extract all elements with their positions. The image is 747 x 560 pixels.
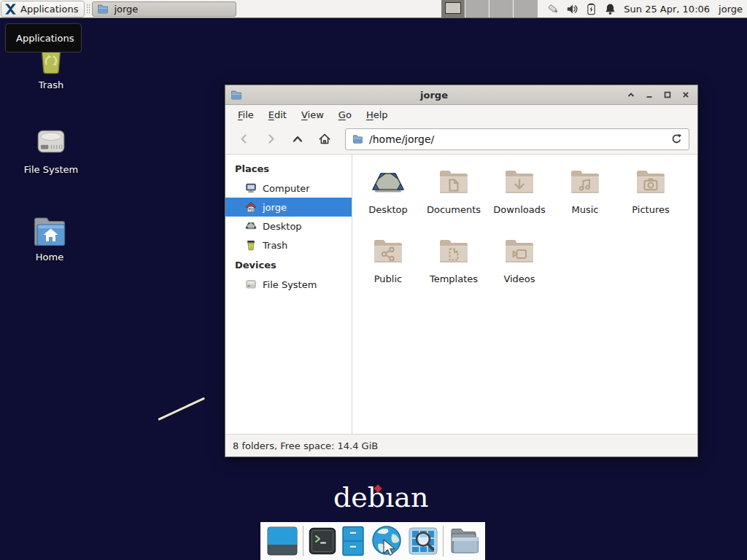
file-item-public[interactable]: Public bbox=[355, 234, 421, 303]
file-item-label: Public bbox=[374, 273, 402, 284]
panel-user-menu[interactable]: jorge bbox=[719, 4, 743, 15]
debian-wallpaper-logo: debıan bbox=[333, 483, 428, 513]
wallpaper-swoosh-line bbox=[158, 397, 205, 421]
sidebar-item-label: Computer bbox=[263, 183, 310, 194]
debian-logo-text: debıan bbox=[333, 481, 428, 513]
terminal-icon[interactable] bbox=[309, 527, 336, 555]
menu-file[interactable]: File bbox=[231, 106, 261, 123]
file-item-label: Videos bbox=[503, 273, 535, 284]
sidebar-item-trash[interactable]: Trash bbox=[225, 236, 352, 254]
dock-separator bbox=[303, 526, 303, 556]
location-path[interactable]: /home/jorge/ bbox=[369, 133, 665, 145]
file-item-music[interactable]: Music bbox=[552, 165, 618, 234]
shade-button[interactable] bbox=[626, 90, 635, 100]
dock-panel bbox=[260, 522, 485, 560]
maximize-button[interactable] bbox=[662, 90, 672, 100]
notifications-bell-icon[interactable] bbox=[604, 3, 616, 15]
toolbar: /home/jorge/ bbox=[225, 124, 697, 154]
sidebar: Places Computer jorge Desktop bbox=[225, 155, 352, 434]
menu-view[interactable]: View bbox=[294, 106, 331, 123]
file-item-templates[interactable]: Templates bbox=[421, 234, 487, 303]
system-tray bbox=[547, 3, 616, 15]
applications-tooltip: Applications bbox=[5, 23, 82, 52]
file-item-label: Desktop bbox=[368, 204, 408, 215]
sidebar-item-label: File System bbox=[263, 279, 317, 290]
desktop-icon-label: File System bbox=[22, 164, 80, 175]
file-item-videos[interactable]: Videos bbox=[487, 234, 552, 303]
home-icon bbox=[245, 201, 257, 213]
file-cabinet-icon[interactable] bbox=[341, 526, 365, 556]
window-body: Places Computer jorge Desktop bbox=[225, 154, 697, 434]
panel-handle[interactable] bbox=[86, 4, 90, 15]
sidebar-item-label: Desktop bbox=[263, 221, 302, 232]
folder-music-icon bbox=[568, 165, 603, 200]
panel-clock[interactable]: Sun 25 Apr, 10:06 bbox=[624, 4, 710, 15]
window-icon[interactable] bbox=[231, 89, 242, 101]
directory-menu-folder-icon[interactable] bbox=[449, 528, 479, 554]
web-browser-globe-icon[interactable] bbox=[370, 525, 403, 558]
sidebar-places-header: Places bbox=[225, 158, 352, 179]
computer-icon bbox=[245, 182, 257, 194]
folder-videos-icon bbox=[502, 234, 537, 269]
folder-pictures-icon bbox=[633, 165, 668, 200]
back-button[interactable] bbox=[235, 130, 252, 149]
home-button[interactable] bbox=[316, 130, 333, 149]
desktop-icon-label: Trash bbox=[22, 79, 80, 90]
sidebar-item-label: Trash bbox=[263, 240, 287, 251]
window-titlebar[interactable]: jorge bbox=[225, 85, 697, 105]
tooltip-text: Applications bbox=[16, 33, 74, 44]
hard-drive-icon bbox=[22, 122, 80, 160]
taskbar-window-label: jorge bbox=[114, 4, 138, 15]
folder-icon bbox=[352, 133, 363, 144]
removable-device-icon[interactable] bbox=[547, 3, 560, 15]
top-panel: Applications jorge bbox=[0, 0, 747, 18]
close-button[interactable] bbox=[681, 90, 690, 100]
folder-icon bbox=[97, 3, 109, 15]
location-bar[interactable]: /home/jorge/ bbox=[345, 128, 689, 150]
minimize-button[interactable] bbox=[644, 90, 654, 100]
workspace-switcher bbox=[441, 0, 538, 18]
status-text: 8 folders, Free space: 14.4 GiB bbox=[233, 440, 378, 451]
desktop-icon-file-system[interactable]: File System bbox=[22, 122, 80, 175]
up-button[interactable] bbox=[289, 130, 306, 149]
workspace-1[interactable] bbox=[441, 0, 465, 18]
folder-public-icon bbox=[371, 234, 406, 269]
file-item-label: Documents bbox=[427, 204, 481, 215]
sidebar-devices-header: Devices bbox=[225, 254, 352, 275]
menu-help[interactable]: Help bbox=[359, 106, 395, 123]
show-desktop-icon[interactable] bbox=[267, 526, 298, 556]
file-item-label: Music bbox=[572, 204, 599, 215]
reload-icon[interactable] bbox=[671, 133, 682, 144]
sidebar-item-jorge[interactable]: jorge bbox=[225, 198, 352, 217]
file-item-downloads[interactable]: Downloads bbox=[487, 165, 552, 234]
application-finder-icon[interactable] bbox=[409, 527, 438, 555]
volume-icon[interactable] bbox=[566, 3, 578, 15]
workspace-2[interactable] bbox=[465, 0, 489, 18]
file-item-label: Pictures bbox=[632, 204, 669, 215]
desktop-icon bbox=[371, 165, 406, 200]
menu-edit[interactable]: Edit bbox=[261, 106, 294, 123]
folder-documents-icon bbox=[436, 165, 471, 200]
applications-menu-button[interactable]: Applications bbox=[1, 1, 85, 18]
workspace-3[interactable] bbox=[489, 0, 514, 18]
file-item-desktop[interactable]: Desktop bbox=[355, 165, 421, 234]
home-folder-icon bbox=[20, 210, 79, 248]
workspace-4[interactable] bbox=[514, 0, 538, 18]
sidebar-item-desktop[interactable]: Desktop bbox=[225, 217, 352, 236]
desktop-icon-home[interactable]: Home bbox=[20, 210, 79, 262]
file-item-documents[interactable]: Documents bbox=[421, 165, 487, 234]
battery-icon[interactable] bbox=[585, 3, 597, 15]
sidebar-item-file-system[interactable]: File System bbox=[225, 275, 352, 294]
file-item-label: Downloads bbox=[493, 204, 545, 215]
folder-downloads-icon bbox=[502, 165, 537, 200]
file-item-label: Templates bbox=[430, 273, 478, 284]
file-item-pictures[interactable]: Pictures bbox=[618, 165, 684, 234]
forward-button[interactable] bbox=[262, 130, 279, 149]
dock-separator bbox=[443, 526, 444, 556]
xfce-logo-icon bbox=[4, 3, 17, 15]
trash-icon bbox=[245, 239, 257, 251]
applications-menu-label: Applications bbox=[20, 4, 78, 15]
sidebar-item-computer[interactable]: Computer bbox=[225, 179, 352, 198]
menu-go[interactable]: Go bbox=[331, 106, 359, 123]
taskbar-window-button[interactable]: jorge bbox=[92, 1, 236, 17]
